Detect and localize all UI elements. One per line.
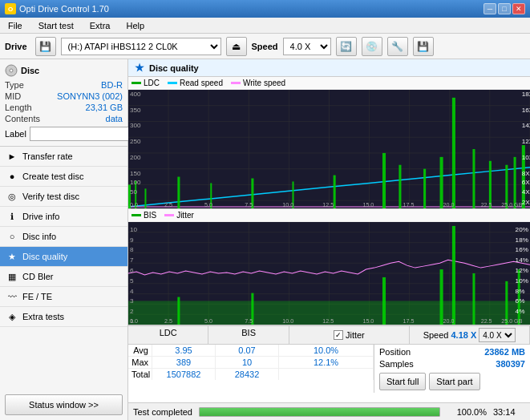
sidebar-item-transfer-rate[interactable]: ► Transfer rate [0,147,127,167]
status-window-button[interactable]: Status window >> [5,394,123,415]
refresh-button[interactable]: 🔄 [336,37,357,56]
svg-text:5.0: 5.0 [204,318,212,324]
svg-text:6: 6 [130,267,134,274]
drive-select[interactable]: (H:) ATAPI iHBS112 2 CL0K [61,38,221,55]
sidebar-item-label-extra-tests: Extra tests [22,312,64,321]
bis-chart: BIS Jitter [128,209,530,325]
svg-text:12%: 12% [516,267,528,274]
svg-text:15.0: 15.0 [362,202,374,208]
svg-text:22.5: 22.5 [481,202,492,208]
svg-text:2X: 2X [522,199,530,206]
bis-legend-jitter: Jitter [164,211,194,220]
svg-text:12.5: 12.5 [322,202,334,208]
svg-rect-22 [144,188,146,208]
disc-panel-title: Disc [21,66,39,75]
svg-text:25.0 GB: 25.0 GB [501,318,523,324]
svg-rect-91 [472,273,475,325]
status-text: Test completed [133,407,192,417]
jitter-color [164,214,174,216]
disc-quality-icon: ★ [6,251,18,262]
disc-contents-label: Contents [5,114,40,123]
stats-area: LDC BIS ✓ Jitter Speed 4.18 X 4.0 X [128,325,530,402]
disc-label-input[interactable] [30,127,136,141]
ldc-color [131,82,141,84]
start-full-button[interactable]: Start full [379,373,426,390]
svg-rect-31 [440,157,443,208]
save-button[interactable]: 💾 [413,37,434,56]
settings-button[interactable]: 🔧 [387,37,408,56]
stats-right-panel: Position 23862 MB Samples 380397 Start f… [374,345,530,393]
content-header-title: Disc quality [149,63,199,73]
svg-text:2.5: 2.5 [164,318,172,324]
svg-text:0.0: 0.0 [130,318,138,324]
sidebar-item-fe-te[interactable]: 〰 FE / TE [0,287,127,307]
disc-contents-value: data [106,114,123,123]
ldc-legend-ldc-label: LDC [144,79,160,87]
menubar: File Start test Extra Help [0,18,530,34]
svg-text:12X: 12X [522,138,530,145]
sidebar-item-label-transfer-rate: Transfer rate [22,151,73,161]
sidebar-item-disc-info[interactable]: ○ Disc info [0,227,127,247]
svg-text:10%: 10% [516,277,528,285]
svg-text:4%: 4% [516,308,525,315]
bis-legend-bis-label: BIS [144,211,156,220]
sidebar-item-extra-tests[interactable]: ◈ Extra tests [0,307,127,327]
menu-help[interactable]: Help [121,19,149,32]
svg-text:9: 9 [130,236,134,244]
stats-speed-select[interactable]: 4.0 X [479,328,516,342]
svg-rect-89 [440,269,443,325]
eject-button[interactable]: ⏏ [226,37,247,56]
content-header: ★ Disc quality [128,59,530,77]
menu-extra[interactable]: Extra [85,19,115,32]
svg-rect-28 [382,153,386,208]
charts-area: LDC Read speed Write speed [128,77,530,402]
ldc-chart: LDC Read speed Write speed [128,77,530,209]
svg-text:150: 150 [130,170,141,177]
progress-bar-inner [200,408,439,416]
menu-file[interactable]: File [3,19,27,32]
stats-data-section: Avg 3.95 0.07 10.0% Max 389 10 12.1% [128,345,530,393]
maximize-button[interactable]: □ [498,3,511,14]
samples-value: 380397 [496,359,525,369]
disc-mid-label: MID [5,91,21,101]
svg-rect-90 [452,226,455,325]
menu-starttest[interactable]: Start test [34,19,79,32]
stats-data-left: Avg 3.95 0.07 10.0% Max 389 10 12.1% [128,345,374,393]
svg-text:17.5: 17.5 [403,202,415,208]
ldc-legend: LDC Read speed Write speed [128,77,530,90]
stats-max-jitter: 12.1% [279,357,374,368]
stats-total-row: Total 1507882 28432 [128,369,374,380]
sidebar-item-drive-info[interactable]: ℹ Drive info [0,207,127,227]
minimize-button[interactable]: ─ [483,3,496,14]
ldc-legend-readspeed: Read speed [168,79,223,87]
disc-label-label: Label [5,129,26,139]
svg-text:20.0: 20.0 [443,202,455,208]
speed-select[interactable]: 4.0 X [283,38,331,55]
jitter-checkbox[interactable]: ✓ [334,330,343,340]
sidebar-item-cd-bler[interactable]: ▦ CD Bler [0,267,127,287]
svg-text:350: 350 [130,107,141,114]
stats-total-label: Total [128,369,152,380]
sidebar-item-label-fe-te: FE / TE [22,292,52,301]
disc-contents-row: Contents data [5,114,123,123]
close-button[interactable]: ✕ [512,3,525,14]
stats-max-bis: 10 [216,357,279,368]
svg-text:400: 400 [130,91,141,98]
bis-legend: BIS Jitter [128,209,530,222]
writespeed-color [231,82,241,84]
sidebar-item-create-test-disc[interactable]: ● Create test disc [0,167,127,187]
svg-text:20.0: 20.0 [443,318,455,324]
ldc-legend-ldc: LDC [131,79,160,87]
stats-buttons-row: Start full Start part [379,373,525,390]
svg-text:25.0 GB: 25.0 GB [501,202,523,208]
sidebar-item-disc-quality[interactable]: ★ Disc quality [0,247,127,267]
stats-samples-row: Samples 380397 [379,359,525,369]
sidebar-item-verify-test-disc[interactable]: ◎ Verify test disc [0,187,127,207]
disc-button[interactable]: 💿 [362,37,382,56]
disc-mid-value: SONYNN3 (002) [57,91,123,101]
svg-text:2: 2 [130,308,134,315]
svg-point-1 [10,69,13,72]
svg-text:10: 10 [130,226,138,233]
start-part-button[interactable]: Start part [429,373,479,390]
svg-text:16X: 16X [522,107,530,114]
